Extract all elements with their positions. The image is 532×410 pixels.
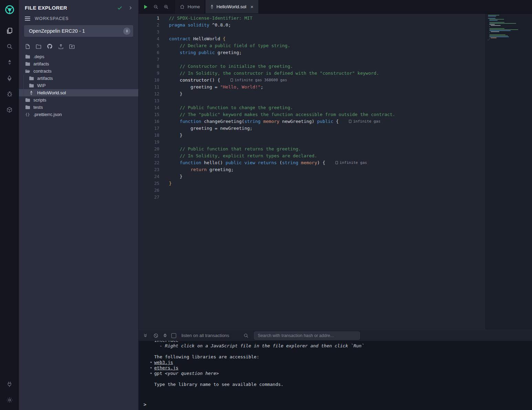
github-icon[interactable] xyxy=(46,43,53,50)
code-line-14[interactable]: 14 // Public function to change the gree… xyxy=(139,104,532,111)
code-line-7[interactable]: 7 xyxy=(139,56,532,63)
line-number[interactable]: 10 xyxy=(139,77,159,83)
tree-item-wip[interactable]: WIP xyxy=(19,82,138,89)
line-number[interactable]: 13 xyxy=(139,98,159,103)
library-link[interactable]: ethers.js xyxy=(154,365,178,370)
deploy-and-run-icon[interactable] xyxy=(4,73,15,83)
line-number[interactable]: 2 xyxy=(139,22,159,28)
search-icon[interactable] xyxy=(4,41,15,52)
line-number[interactable]: 6 xyxy=(139,50,159,55)
line-text: return greeting; xyxy=(159,167,234,172)
code-line-18[interactable]: 18 } xyxy=(139,132,532,138)
line-number[interactable]: 21 xyxy=(139,153,159,158)
remix-logo-icon[interactable] xyxy=(4,3,15,17)
zoom-in-icon[interactable] xyxy=(163,4,169,10)
workspace-sort-icon[interactable] xyxy=(123,28,130,35)
file-explorer-icon[interactable] xyxy=(4,25,15,36)
check-icon[interactable] xyxy=(117,5,123,11)
line-number[interactable]: 25 xyxy=(139,181,159,186)
code-line-16[interactable]: 16 function changeGreeting(string memory… xyxy=(139,118,532,125)
line-number[interactable]: 27 xyxy=(139,195,159,200)
code-line-11[interactable]: 11 greeting = "Hello, World!"; xyxy=(139,83,532,90)
settings-gear-icon[interactable] xyxy=(4,395,15,405)
run-script-button[interactable] xyxy=(143,4,148,10)
workspaces-menu-icon[interactable] xyxy=(25,17,30,21)
plugin-manager-icon[interactable] xyxy=(4,105,15,115)
code-line-20[interactable]: 20 // Public function that returns the g… xyxy=(139,145,532,152)
load-folder-icon[interactable] xyxy=(69,43,75,50)
tree-item-artifacts[interactable]: artifacts xyxy=(19,75,138,82)
new-file-icon[interactable] xyxy=(25,43,31,50)
expand-terminal-icon[interactable] xyxy=(143,333,148,338)
code-line-26[interactable]: 26 xyxy=(139,187,532,193)
code-line-8[interactable]: 8 // Constructor to initialize the greet… xyxy=(139,63,532,70)
workspace-dropdown[interactable]: OpenZeppelin ERC20 - 1 xyxy=(24,25,133,37)
line-number[interactable]: 7 xyxy=(139,57,159,62)
close-tab-icon[interactable]: × xyxy=(251,4,254,9)
line-number[interactable]: 3 xyxy=(139,29,159,34)
code-line-6[interactable]: 6 string public greeting; xyxy=(139,49,532,56)
line-number[interactable]: 5 xyxy=(139,43,159,48)
solidity-compiler-icon[interactable] xyxy=(4,57,15,67)
line-number[interactable]: 8 xyxy=(139,64,159,69)
code-line-17[interactable]: 17 greeting = newGreeting; xyxy=(139,125,532,132)
tree-item-tests[interactable]: tests xyxy=(19,104,138,111)
code-line-27[interactable]: 27 xyxy=(139,193,532,200)
tab-home[interactable]: Home xyxy=(174,0,205,13)
tree-item--deps[interactable]: .deps xyxy=(19,53,138,60)
line-number[interactable]: 14 xyxy=(139,105,159,110)
code-line-23[interactable]: 23 return greeting; xyxy=(139,166,532,173)
solidity-file-icon xyxy=(210,4,214,9)
line-text: function hello() public view returns (st… xyxy=(159,160,367,165)
debugger-bug-icon[interactable] xyxy=(4,89,15,99)
line-number[interactable]: 17 xyxy=(139,126,159,131)
chevron-right-icon[interactable] xyxy=(128,6,133,10)
code-line-9[interactable]: 9 // In Solidity, the constructor is def… xyxy=(139,70,532,76)
code-line-22[interactable]: 22 function hello() public view returns … xyxy=(139,159,532,166)
code-line-10[interactable]: 10 constructor() {infinite gas 368600 ga… xyxy=(139,76,532,83)
code-line-24[interactable]: 24 } xyxy=(139,173,532,180)
tab-helloworld-sol[interactable]: HelloWorld.sol × xyxy=(205,0,259,13)
library-link[interactable]: web3.js xyxy=(154,360,173,365)
tree-item--prettierrc-json[interactable]: {}.prettierrc.json xyxy=(19,111,138,118)
tree-item-contracts[interactable]: contracts xyxy=(19,67,138,75)
clear-console-icon[interactable] xyxy=(153,333,159,338)
terminal-prompt[interactable]: > xyxy=(143,402,146,407)
tree-item-helloworld-sol[interactable]: HelloWorld.sol xyxy=(19,89,138,96)
line-number[interactable]: 18 xyxy=(139,133,159,138)
code-line-2[interactable]: 2pragma solidity ^0.8.0; xyxy=(139,21,532,28)
line-number[interactable]: 9 xyxy=(139,71,159,76)
upload-file-icon[interactable] xyxy=(58,43,64,50)
code-line-15[interactable]: 15 // The "public" keyword makes the fun… xyxy=(139,111,532,118)
code-line-12[interactable]: 12 } xyxy=(139,90,532,97)
listen-transactions-checkbox[interactable] xyxy=(171,333,176,338)
line-number[interactable]: 23 xyxy=(139,167,159,172)
line-number[interactable]: 12 xyxy=(139,91,159,96)
line-number[interactable]: 19 xyxy=(139,139,159,145)
code-editor[interactable]: 1// SPDX-License-Identifier: MIT2pragma … xyxy=(139,14,532,330)
zoom-out-icon[interactable] xyxy=(153,4,159,10)
code-line-1[interactable]: 1// SPDX-License-Identifier: MIT xyxy=(139,14,532,21)
code-line-3[interactable]: 3 xyxy=(139,28,532,35)
code-line-25[interactable]: 25} xyxy=(139,180,532,187)
code-line-5[interactable]: 5 // Declare a public field of type stri… xyxy=(139,42,532,49)
terminal-output[interactable]: interface - Right click on a JavaScript … xyxy=(139,341,532,410)
terminal-search-input[interactable] xyxy=(254,332,360,340)
code-line-21[interactable]: 21 // In Solidity, explicit return types… xyxy=(139,152,532,159)
code-line-4[interactable]: 4contract HelloWorld { xyxy=(139,35,532,42)
line-number[interactable]: 20 xyxy=(139,146,159,151)
code-line-13[interactable]: 13 xyxy=(139,97,532,104)
new-folder-icon[interactable] xyxy=(35,43,42,50)
line-number[interactable]: 24 xyxy=(139,174,159,179)
line-number[interactable]: 26 xyxy=(139,188,159,193)
tree-item-artifacts[interactable]: artifacts xyxy=(19,60,138,67)
line-number[interactable]: 4 xyxy=(139,36,159,41)
line-number[interactable]: 22 xyxy=(139,160,159,165)
connect-plugin-icon[interactable] xyxy=(4,379,15,389)
line-number[interactable]: 16 xyxy=(139,119,159,124)
code-line-19[interactable]: 19 xyxy=(139,138,532,145)
line-number[interactable]: 15 xyxy=(139,112,159,117)
line-number[interactable]: 1 xyxy=(139,15,159,21)
tree-item-scripts[interactable]: scripts xyxy=(19,96,138,104)
line-number[interactable]: 11 xyxy=(139,84,159,90)
